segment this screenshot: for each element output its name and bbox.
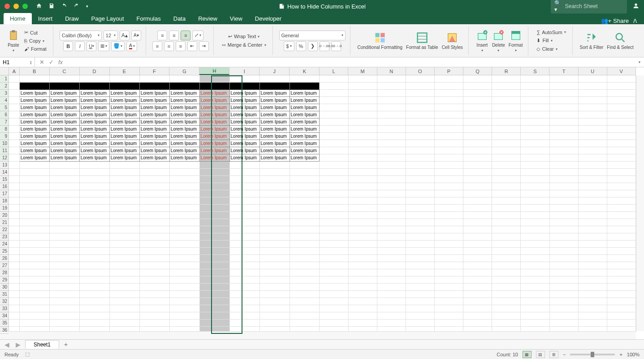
- cell-O23[interactable]: [406, 233, 435, 241]
- cell-F16[interactable]: [140, 183, 170, 190]
- cell-F21[interactable]: [140, 219, 170, 226]
- cell-U13[interactable]: [579, 162, 607, 169]
- cell-S1[interactable]: [521, 75, 549, 83]
- column-header-J[interactable]: J: [259, 67, 290, 75]
- column-header-V[interactable]: V: [607, 67, 636, 75]
- cell-N23[interactable]: [377, 233, 406, 241]
- cell-N7[interactable]: [377, 118, 406, 126]
- cell-O29[interactable]: [406, 276, 435, 284]
- cell-A30[interactable]: [9, 284, 20, 291]
- cell-K15[interactable]: [290, 176, 320, 183]
- cell-P1[interactable]: [435, 75, 463, 83]
- cell-Q31[interactable]: [463, 291, 492, 298]
- cell-G6[interactable]: Lorem Ipsum: [170, 111, 200, 118]
- cell-A32[interactable]: [9, 298, 20, 305]
- insert-button[interactable]: Insert▾: [475, 28, 489, 53]
- cell-G19[interactable]: [170, 205, 200, 212]
- cell-B33[interactable]: [20, 305, 50, 312]
- cell-G15[interactable]: [170, 176, 200, 183]
- cell-L2[interactable]: [320, 83, 348, 90]
- cell-K25[interactable]: [290, 248, 320, 255]
- zoom-level[interactable]: 100%: [627, 352, 640, 357]
- cell-M11[interactable]: [349, 147, 377, 154]
- align-middle-button[interactable]: ≡: [169, 31, 179, 40]
- cell-I7[interactable]: Lorem Ipsum: [230, 118, 260, 126]
- cell-N31[interactable]: [377, 291, 406, 298]
- cell-T35[interactable]: [550, 320, 579, 327]
- cell-T18[interactable]: [550, 197, 579, 205]
- cell-R8[interactable]: [492, 126, 521, 133]
- cell-C13[interactable]: [50, 162, 80, 169]
- cell-F12[interactable]: Lorem Ipsum: [140, 154, 170, 162]
- cell-M26[interactable]: [349, 255, 377, 262]
- cell-D14[interactable]: [80, 169, 110, 176]
- row-header-3[interactable]: 3: [0, 90, 9, 97]
- cell-D33[interactable]: [80, 305, 110, 312]
- cell-A8[interactable]: [9, 126, 20, 133]
- cell-B16[interactable]: [20, 183, 50, 190]
- cell-C23[interactable]: [50, 233, 80, 241]
- cell-D32[interactable]: [80, 298, 110, 305]
- cell-M35[interactable]: [349, 320, 377, 327]
- cell-U28[interactable]: [579, 269, 607, 276]
- cell-P17[interactable]: [435, 190, 463, 197]
- cell-D6[interactable]: Lorem Ipsum: [80, 111, 110, 118]
- cell-J13[interactable]: [260, 162, 290, 169]
- cell-O31[interactable]: [406, 291, 435, 298]
- underline-button[interactable]: U▾: [86, 41, 96, 51]
- cell-L13[interactable]: [320, 162, 348, 169]
- cell-Q21[interactable]: [463, 219, 492, 226]
- cell-E6[interactable]: Lorem Ipsum: [110, 111, 140, 118]
- cell-E10[interactable]: Lorem Ipsum: [110, 140, 140, 147]
- cell-B9[interactable]: Lorem Ipsum: [20, 133, 50, 140]
- cell-C20[interactable]: [50, 212, 80, 219]
- cell-P15[interactable]: [435, 176, 463, 183]
- cell-N12[interactable]: [377, 154, 406, 162]
- decrease-decimal-button[interactable]: .00→.0: [331, 41, 341, 51]
- column-header-C[interactable]: C: [50, 67, 80, 75]
- cell-P27[interactable]: [435, 262, 463, 269]
- cell-L18[interactable]: [320, 197, 348, 205]
- cell-S15[interactable]: [521, 176, 549, 183]
- cell-P35[interactable]: [435, 320, 463, 327]
- column-header-H[interactable]: H: [199, 67, 229, 75]
- cell-Q35[interactable]: [463, 320, 492, 327]
- cell-F33[interactable]: [140, 305, 170, 312]
- cell-F11[interactable]: Lorem Ipsum: [140, 147, 170, 154]
- cell-Q4[interactable]: [463, 97, 492, 104]
- cell-T14[interactable]: [550, 169, 579, 176]
- cell-T27[interactable]: [550, 262, 579, 269]
- cell-D21[interactable]: [80, 219, 110, 226]
- cell-A22[interactable]: [9, 226, 20, 233]
- cell-L33[interactable]: [320, 305, 348, 312]
- cell-A23[interactable]: [9, 233, 20, 241]
- cell-C8[interactable]: Lorem Ipsum: [50, 126, 80, 133]
- cell-E1[interactable]: [110, 75, 140, 83]
- cell-T6[interactable]: [550, 111, 579, 118]
- cell-E34[interactable]: [110, 312, 140, 320]
- cell-C11[interactable]: Lorem Ipsum: [50, 147, 80, 154]
- cell-M10[interactable]: [349, 140, 377, 147]
- cell-D8[interactable]: Lorem Ipsum: [80, 126, 110, 133]
- cell-D19[interactable]: [80, 205, 110, 212]
- cell-P11[interactable]: [435, 147, 463, 154]
- cell-E20[interactable]: [110, 212, 140, 219]
- cell-F32[interactable]: [140, 298, 170, 305]
- cell-G34[interactable]: [170, 312, 200, 320]
- cell-T15[interactable]: [550, 176, 579, 183]
- cell-O27[interactable]: [406, 262, 435, 269]
- cell-C24[interactable]: [50, 241, 80, 248]
- cell-V21[interactable]: [607, 219, 636, 226]
- sheet-tab[interactable]: Sheet1: [25, 340, 59, 349]
- cell-A3[interactable]: [9, 90, 20, 97]
- cell-V17[interactable]: [607, 190, 636, 197]
- cell-O10[interactable]: [406, 140, 435, 147]
- find-select-button[interactable]: Find & Select: [606, 31, 634, 51]
- cell-A1[interactable]: [9, 75, 20, 83]
- cell-T8[interactable]: [550, 126, 579, 133]
- cell-L34[interactable]: [320, 312, 348, 320]
- cell-I5[interactable]: Lorem Ipsum: [230, 104, 260, 111]
- cell-B13[interactable]: [20, 162, 50, 169]
- cell-U1[interactable]: [579, 75, 607, 83]
- cell-L3[interactable]: [320, 90, 348, 97]
